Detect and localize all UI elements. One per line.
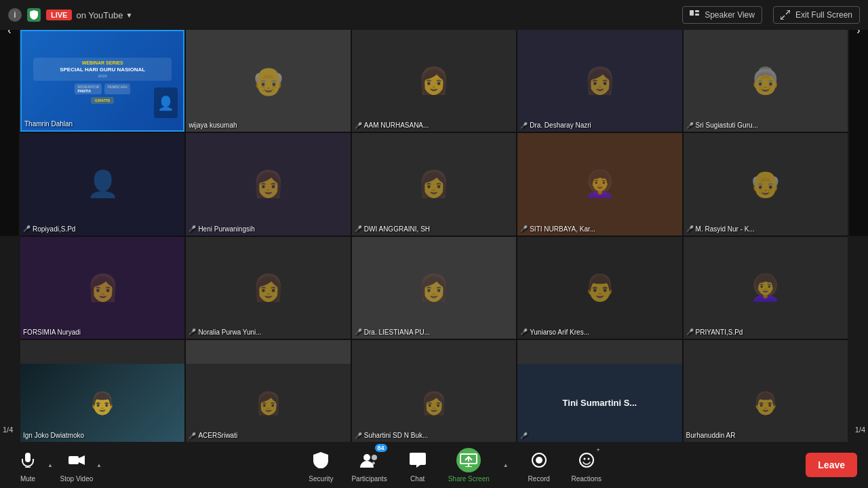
- participant-name: 🎤SITI NURBAYA, Kar...: [520, 225, 679, 233]
- svg-point-10: [372, 455, 377, 460]
- mute-icon: 🎤: [686, 122, 694, 129]
- participants-icon: 84: [357, 448, 382, 472]
- toolbar-right: Leave: [806, 453, 857, 477]
- stop-video-button[interactable]: Stop Video: [60, 448, 94, 483]
- record-icon: [527, 448, 551, 472]
- mute-icon: 🎤: [355, 122, 362, 129]
- share-screen-label: Share Screen: [448, 475, 490, 483]
- participant-tile[interactable]: 👩 🎤Dra. LIESTIANA PU...: [352, 237, 516, 339]
- participant-tile[interactable]: 👩‍🦱 🎤PRIYANTI,S.Pd: [684, 237, 848, 339]
- svg-line-4: [781, 16, 785, 20]
- participant-tile[interactable]: 👩 🎤ACERSriwati: [186, 364, 350, 442]
- participant-tile[interactable]: 👴 wijaya kusumah: [186, 30, 350, 132]
- participants-button[interactable]: 84 Participants: [351, 448, 387, 483]
- participant-tile[interactable]: 👩 🎤DWI ANGGRAINI, SH: [352, 133, 516, 235]
- svg-point-19: [587, 457, 589, 459]
- leave-button[interactable]: Leave: [806, 453, 857, 477]
- security-label: Security: [309, 475, 333, 483]
- participant-name: 🎤Ropiyadi,S.Pd: [23, 225, 182, 233]
- svg-rect-1: [695, 10, 699, 12]
- stop-video-label: Stop Video: [60, 475, 94, 483]
- mute-icon: 🎤: [355, 225, 362, 232]
- participant-tile[interactable]: 👩 🎤AAM NURHASANA...: [352, 30, 516, 132]
- microphone-icon: [16, 448, 40, 472]
- mute-icon: 🎤: [189, 432, 196, 439]
- next-page-button[interactable]: ›: [849, 0, 868, 236]
- participant-name: 🎤ACERSriwati: [189, 432, 347, 439]
- participants-count-badge: 84: [375, 444, 387, 452]
- reactions-button[interactable]: + Reactions: [570, 448, 604, 483]
- participant-name: 🎤M. Rasyid Nur - K...: [686, 225, 845, 233]
- participant-tile[interactable]: 👩 🎤Dra. Desharay Nazri: [517, 30, 682, 132]
- participant-name: 🎤Noralia Purwa Yuni...: [189, 329, 347, 336]
- participant-name: 🎤: [520, 432, 679, 439]
- participant-tile[interactable]: 👩 🎤Noralia Purwa Yuni...: [186, 237, 350, 339]
- participant-name: Ign Joko Dwiatmoko: [23, 432, 182, 439]
- mute-icon: 🎤: [520, 432, 528, 439]
- participant-name: 🎤PRIYANTI,S.Pd: [686, 329, 845, 336]
- speaker-view-button[interactable]: Speaker View: [682, 6, 762, 24]
- info-icon[interactable]: i: [8, 8, 22, 22]
- participant-name: 🎤Dra. Desharay Nazri: [520, 121, 679, 129]
- participant-tile[interactable]: 👴 🎤M. Rasyid Nur - K...: [684, 133, 848, 235]
- dropdown-arrow-icon: ▼: [125, 12, 132, 19]
- participant-name: Burhanuddin AR: [686, 432, 845, 439]
- participant-name: FORSIMIA Nuryadi: [23, 329, 182, 336]
- svg-point-17: [580, 453, 593, 467]
- svg-rect-0: [690, 10, 694, 16]
- participant-name: wijaya kusumah: [189, 121, 347, 129]
- exit-fullscreen-button[interactable]: Exit Full Screen: [773, 6, 860, 24]
- chat-icon: [406, 448, 430, 472]
- shield-icon: [27, 8, 41, 22]
- page-indicator-left: 1/4: [3, 426, 13, 434]
- toolbar-left: Mute ▲ Stop Video ▲: [11, 448, 102, 483]
- svg-rect-2: [695, 14, 699, 16]
- participant-tile[interactable]: 👩 🎤Heni Purwaningsih: [186, 133, 350, 235]
- participant-name: 🎤Heni Purwaningsih: [189, 225, 347, 233]
- share-screen-button[interactable]: Share Screen: [448, 448, 490, 483]
- toolbar-center: Security 84 Participants Chat: [304, 448, 603, 483]
- participant-tile[interactable]: 👩‍🦱 🎤SITI NURBAYA, Kar...: [517, 133, 682, 235]
- svg-point-18: [583, 457, 585, 459]
- camera-icon: [64, 448, 89, 472]
- mute-icon: 🎤: [355, 432, 362, 439]
- participant-tile[interactable]: 👨 Ign Joko Dwiatmoko: [20, 364, 184, 442]
- share-screen-icon: [456, 448, 481, 472]
- extra-row: 👨 Ign Joko Dwiatmoko 👩 🎤ACERSriwati 👩 🎤S…: [20, 364, 848, 442]
- bottom-toolbar: Mute ▲ Stop Video ▲ Security: [0, 442, 868, 488]
- reactions-icon: +: [574, 448, 599, 472]
- reactions-label: Reactions: [572, 475, 601, 483]
- chat-label: Chat: [410, 475, 425, 483]
- mute-chevron-icon[interactable]: ▲: [47, 462, 53, 468]
- participant-tile[interactable]: 👩 FORSIMIA Nuryadi: [20, 237, 184, 339]
- prev-page-button[interactable]: ‹: [0, 0, 19, 236]
- share-chevron-icon[interactable]: ▲: [503, 462, 509, 468]
- on-youtube-label[interactable]: on YouTube ▼: [76, 10, 132, 20]
- security-icon: [309, 448, 333, 472]
- mute-icon: 🎤: [520, 329, 528, 335]
- participant-tile[interactable]: WEBINAR SERIES SPECIAL HARI GURU NASIONA…: [20, 30, 184, 132]
- participant-name: 🎤Sri Sugiastuti Guru...: [686, 121, 845, 129]
- participant-tile[interactable]: 👤 🎤Ropiyadi,S.Pd: [20, 133, 184, 235]
- security-button[interactable]: Security: [304, 448, 338, 483]
- svg-point-16: [536, 457, 542, 464]
- participant-name: 🎤Yuniarso Arif Kres...: [520, 329, 679, 336]
- video-chevron-icon[interactable]: ▲: [96, 462, 102, 468]
- participant-name: 🎤AAM NURHASANA...: [355, 121, 513, 129]
- mute-icon: 🎤: [520, 122, 528, 129]
- participant-tile[interactable]: 👵 🎤Sri Sugiastuti Guru...: [684, 30, 848, 132]
- participant-name-card: Tini Sumartini S...: [557, 392, 643, 413]
- live-badge: LIVE: [46, 10, 72, 20]
- participant-tile[interactable]: 👩 🎤Suhartini SD N Buk...: [352, 364, 516, 442]
- participant-tile[interactable]: 👨 Burhanuddin AR: [684, 364, 848, 442]
- mute-icon: 🎤: [686, 225, 694, 232]
- svg-line-3: [786, 10, 790, 14]
- participant-name: 🎤Suhartini SD N Buk...: [355, 432, 513, 439]
- participant-tile[interactable]: 👨 🎤Yuniarso Arif Kres...: [517, 237, 682, 339]
- svg-rect-5: [25, 453, 31, 462]
- page-indicator-right: 1/4: [855, 426, 865, 434]
- chat-button[interactable]: Chat: [401, 448, 435, 483]
- record-button[interactable]: Record: [522, 448, 556, 483]
- participant-tile[interactable]: Tini Sumartini S... 🎤: [517, 364, 682, 442]
- mute-button[interactable]: Mute: [11, 448, 45, 483]
